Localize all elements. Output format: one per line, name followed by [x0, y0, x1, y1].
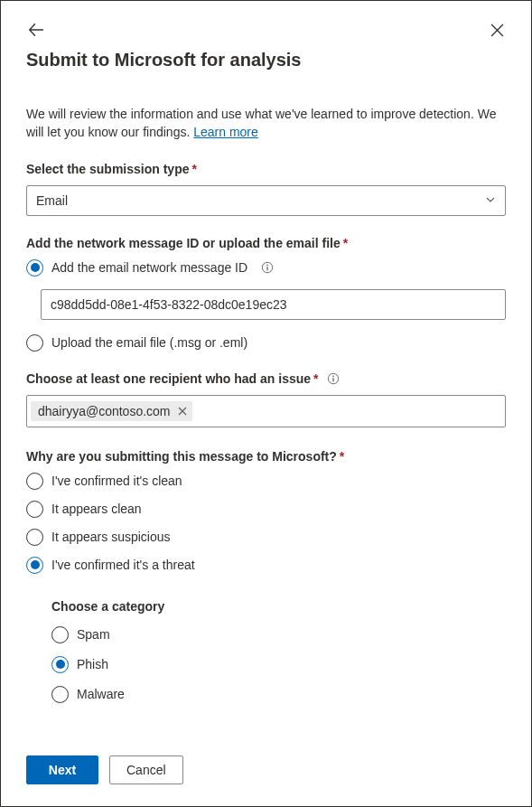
chevron-down-icon — [485, 193, 496, 208]
radio-indicator — [26, 473, 43, 490]
close-icon — [490, 23, 504, 37]
learn-more-link[interactable]: Learn more — [193, 125, 258, 139]
back-button[interactable] — [26, 20, 46, 40]
svg-rect-2 — [266, 267, 267, 270]
category-radio-group: Spam Phish Malware — [51, 626, 506, 716]
radio-confirmed-clean[interactable]: I've confirmed it's clean — [26, 473, 506, 490]
radio-upload-file-label: Upload the email file (.msg or .eml) — [51, 335, 247, 350]
submission-type-label-text: Select the submission type — [26, 162, 190, 176]
reason-radio-group: I've confirmed it's clean It appears cle… — [26, 473, 506, 585]
submission-type-value: Email — [36, 193, 68, 208]
recipient-chip-text: dhairyya@contoso.com — [38, 404, 171, 418]
radio-confirmed-threat-label: I've confirmed it's a threat — [51, 558, 195, 572]
svg-point-1 — [266, 265, 268, 267]
radio-indicator — [51, 686, 69, 703]
radio-category-phish-label: Phish — [77, 657, 108, 671]
info-icon[interactable] — [327, 372, 340, 385]
radio-add-message-id[interactable]: Add the email network message ID — [26, 259, 506, 277]
recipient-chip-remove[interactable] — [176, 407, 189, 416]
close-button[interactable] — [489, 22, 506, 39]
category-label: Choose a category — [51, 599, 506, 614]
radio-upload-file[interactable]: Upload the email file (.msg or .eml) — [26, 334, 506, 352]
radio-category-phish[interactable]: Phish — [51, 656, 506, 673]
submission-panel: Submit to Microsoft for analysis We will… — [0, 0, 532, 807]
svg-rect-5 — [333, 378, 334, 381]
radio-indicator — [26, 259, 43, 277]
recipient-people-picker[interactable]: dhairyya@contoso.com — [26, 395, 506, 427]
radio-add-message-id-label: Add the email network message ID — [51, 260, 247, 275]
radio-category-malware[interactable]: Malware — [51, 686, 506, 703]
radio-confirmed-threat[interactable]: I've confirmed it's a threat — [26, 557, 506, 574]
recipient-label-text: Choose at least one recipient who had an… — [26, 371, 311, 386]
network-message-id-input[interactable] — [41, 289, 506, 320]
required-asterisk: * — [313, 371, 318, 386]
submission-type-label: Select the submission type* — [26, 162, 506, 176]
radio-appears-clean[interactable]: It appears clean — [26, 501, 506, 518]
next-button[interactable]: Next — [26, 755, 98, 784]
message-id-section-label: Add the network message ID or upload the… — [26, 236, 506, 250]
radio-indicator — [51, 656, 69, 673]
radio-indicator — [51, 626, 69, 643]
recipient-label: Choose at least one recipient who had an… — [26, 371, 506, 386]
footer-actions: Next Cancel — [26, 755, 506, 784]
radio-category-malware-label: Malware — [77, 687, 125, 701]
radio-appears-suspicious-label: It appears suspicious — [51, 530, 171, 544]
radio-appears-suspicious[interactable]: It appears suspicious — [26, 529, 506, 546]
radio-confirmed-clean-label: I've confirmed it's clean — [51, 474, 182, 488]
intro-text: We will review the information and use w… — [26, 107, 496, 139]
radio-indicator — [26, 501, 43, 518]
panel-topbar — [26, 19, 506, 41]
required-asterisk: * — [340, 449, 344, 464]
radio-indicator — [26, 557, 43, 574]
intro-paragraph: We will review the information and use w… — [26, 105, 506, 142]
reason-label-text: Why are you submitting this message to M… — [26, 449, 337, 464]
required-asterisk: * — [343, 236, 348, 250]
radio-indicator — [26, 334, 43, 352]
submission-type-select[interactable]: Email — [26, 185, 506, 216]
radio-category-spam-label: Spam — [77, 627, 110, 642]
info-icon[interactable] — [261, 261, 274, 274]
panel-title: Submit to Microsoft for analysis — [26, 50, 506, 70]
radio-category-spam[interactable]: Spam — [51, 626, 506, 643]
cancel-button[interactable]: Cancel — [109, 755, 183, 784]
message-id-section-label-text: Add the network message ID or upload the… — [26, 236, 341, 250]
required-asterisk: * — [192, 162, 197, 176]
radio-appears-clean-label: It appears clean — [51, 502, 142, 516]
close-icon — [178, 407, 187, 416]
svg-point-4 — [333, 375, 335, 377]
reason-label: Why are you submitting this message to M… — [26, 449, 506, 464]
recipient-chip: dhairyya@contoso.com — [31, 401, 192, 421]
radio-indicator — [26, 529, 43, 546]
back-arrow-icon — [28, 22, 44, 38]
